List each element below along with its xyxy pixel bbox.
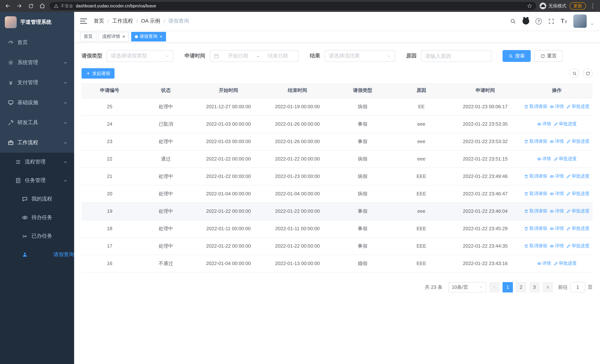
sidebar-item-todo-task[interactable]: 待办任务 bbox=[0, 208, 74, 227]
leave-type-select[interactable]: 请选择请假类型 bbox=[107, 50, 173, 62]
avatar[interactable] bbox=[573, 14, 587, 28]
url-bar[interactable]: 不安全 dashboard.yudao.iocoder.cn/bpm/oa/le… bbox=[50, 2, 536, 10]
detail-link[interactable]: 详情 bbox=[550, 138, 564, 145]
progress-link[interactable]: 审批进度 bbox=[566, 208, 590, 214]
progress-link[interactable]: 审批进度 bbox=[554, 156, 577, 162]
github-icon[interactable] bbox=[523, 18, 529, 24]
close-icon[interactable]: × bbox=[122, 34, 125, 39]
goto-page-input[interactable] bbox=[570, 282, 585, 292]
back-icon[interactable] bbox=[4, 2, 12, 10]
sidebar-logo[interactable]: 芋道管理系统 bbox=[0, 12, 74, 33]
cell-leave-type: 病假 bbox=[332, 150, 393, 168]
table-row: 20处理中2022-01-04 00:00:002022-01-04 00:00… bbox=[82, 185, 593, 202]
page-button-3[interactable]: 3 bbox=[529, 282, 540, 292]
detail-link[interactable]: 详情 bbox=[550, 243, 564, 249]
sidebar-item-workflow[interactable]: 工作流程 bbox=[0, 133, 74, 153]
tab-首页[interactable]: 首页 bbox=[80, 32, 96, 41]
hamburger-icon[interactable] bbox=[80, 19, 87, 24]
prev-page-button[interactable] bbox=[489, 282, 500, 292]
tab-流程详情[interactable]: 流程详情× bbox=[99, 32, 129, 41]
detail-link[interactable]: 详情 bbox=[550, 103, 564, 110]
sidebar-item-label: 首页 bbox=[18, 39, 28, 46]
progress-link[interactable]: 审批进度 bbox=[566, 173, 590, 179]
result-label: 结果 bbox=[310, 53, 320, 59]
sidebar-item-home[interactable]: 首页 bbox=[0, 33, 74, 53]
incognito-badge: 无痕模式 bbox=[540, 3, 566, 9]
cancel-link[interactable]: 取消请假 bbox=[524, 103, 547, 110]
close-icon[interactable]: × bbox=[159, 34, 162, 39]
detail-link[interactable]: 详情 bbox=[550, 173, 564, 179]
sidebar-item-my-process[interactable]: 我的流程 bbox=[0, 190, 74, 208]
sidebar-item-process-mgmt[interactable]: 流程管理 bbox=[0, 153, 74, 171]
progress-link[interactable]: 审批进度 bbox=[566, 243, 590, 249]
date-range-picker[interactable]: 开始日期 - 结束日期 bbox=[210, 50, 299, 62]
page-button-1[interactable]: 1 bbox=[503, 282, 513, 292]
progress-link[interactable]: 审批进度 bbox=[566, 191, 590, 197]
detail-link[interactable]: 详情 bbox=[537, 156, 551, 162]
toggle-search-icon[interactable] bbox=[570, 69, 579, 78]
cell-start-time: 2021-12-27 00:00:00 bbox=[194, 98, 263, 115]
sidebar-item-system[interactable]: 系统管理 bbox=[0, 53, 74, 73]
cell-reason: EEE bbox=[393, 220, 449, 237]
tab-请假查询[interactable]: 请假查询× bbox=[131, 32, 166, 41]
forward-icon[interactable] bbox=[15, 2, 23, 10]
cancel-link[interactable]: 取消请假 bbox=[524, 225, 547, 232]
detail-link[interactable]: 详情 bbox=[550, 208, 564, 214]
browser-update-button[interactable]: 更新 bbox=[570, 2, 586, 10]
detail-link[interactable]: 详情 bbox=[537, 121, 551, 127]
home-icon[interactable] bbox=[38, 2, 46, 10]
cell-start-time: 2022-01-11 00:00:00 bbox=[194, 220, 263, 237]
avatar-caret-icon[interactable] bbox=[590, 22, 594, 28]
sidebar-item-done-task[interactable]: ✂已办任务 bbox=[0, 227, 74, 245]
monitor-icon bbox=[7, 100, 14, 106]
reason-label: 原因 bbox=[406, 53, 417, 59]
cell-reason: EEE bbox=[393, 255, 449, 272]
cell-start-time: 2022-01-04 00:00:00 bbox=[194, 255, 263, 272]
cancel-link[interactable]: 取消请假 bbox=[524, 191, 547, 197]
progress-link[interactable]: 审批进度 bbox=[554, 260, 577, 267]
detail-link[interactable]: 详情 bbox=[537, 260, 551, 267]
cancel-link[interactable]: 取消请假 bbox=[524, 208, 547, 214]
browser-menu-icon[interactable]: ⋮ bbox=[589, 3, 596, 9]
cancel-link[interactable]: 取消请假 bbox=[524, 243, 547, 249]
sidebar: 芋道管理系统 首页系统管理¥支付管理基础设施研发工具工作流程流程管理任务管理我的… bbox=[0, 12, 74, 364]
create-leave-button[interactable]: 发起请假 bbox=[82, 68, 114, 79]
progress-link[interactable]: 审批进度 bbox=[566, 103, 590, 110]
detail-link[interactable]: 详情 bbox=[550, 225, 564, 232]
search-icon[interactable] bbox=[510, 18, 516, 24]
font-size-icon[interactable]: TT bbox=[561, 18, 567, 24]
search-button[interactable]: 搜索 bbox=[503, 50, 531, 62]
breadcrumb-item[interactable]: 首页 bbox=[94, 18, 104, 24]
fullscreen-icon[interactable] bbox=[548, 18, 554, 24]
cell-apply-time: 2022-01-22 23:46:04 bbox=[450, 202, 521, 220]
result-select[interactable]: 请选择流结果 bbox=[325, 50, 395, 62]
leave-type-label: 请假类型 bbox=[82, 53, 102, 59]
detail-link[interactable]: 详情 bbox=[550, 191, 564, 197]
sidebar-item-payment[interactable]: ¥支付管理 bbox=[0, 73, 74, 93]
reload-icon[interactable] bbox=[27, 2, 35, 10]
cancel-link[interactable]: 取消请假 bbox=[524, 138, 547, 145]
sidebar-item-infrastructure[interactable]: 基础设施 bbox=[0, 93, 74, 113]
refresh-table-icon[interactable] bbox=[583, 69, 593, 78]
next-page-button[interactable] bbox=[543, 282, 553, 292]
sidebar-item-task-mgmt[interactable]: 任务管理 bbox=[0, 171, 74, 190]
page-size-select[interactable]: 10条/页 bbox=[449, 282, 486, 292]
progress-link[interactable]: 审批进度 bbox=[566, 225, 590, 232]
cell-end-time: 2022-01-22 00:00:00 bbox=[263, 237, 332, 255]
reason-input[interactable] bbox=[421, 50, 491, 62]
cancel-link[interactable]: 取消请假 bbox=[524, 173, 547, 179]
bookmark-star-icon[interactable] bbox=[527, 3, 532, 9]
breadcrumb-item[interactable]: 工作流程 bbox=[112, 18, 133, 24]
table-row: 23处理中2022-01-03 00:00:002022-01-26 00:00… bbox=[82, 133, 593, 150]
sidebar-filler bbox=[0, 264, 74, 364]
reset-button[interactable]: 重置 bbox=[534, 50, 562, 62]
progress-link[interactable]: 审批进度 bbox=[566, 138, 590, 145]
sidebar-menu: 首页系统管理¥支付管理基础设施研发工具工作流程流程管理任务管理我的流程待办任务✂… bbox=[0, 33, 74, 364]
help-icon[interactable]: ? bbox=[535, 18, 542, 24]
sidebar-item-devtools[interactable]: 研发工具 bbox=[0, 113, 74, 133]
breadcrumb-item[interactable]: OA 示例 bbox=[141, 18, 160, 24]
page-button-2[interactable]: 2 bbox=[516, 282, 526, 292]
progress-link[interactable]: 审批进度 bbox=[554, 121, 577, 127]
sidebar-item-leave-query[interactable]: 请假查询 bbox=[0, 245, 74, 264]
cell-apply-time: 2022-01-22 23:43:16 bbox=[450, 255, 521, 272]
